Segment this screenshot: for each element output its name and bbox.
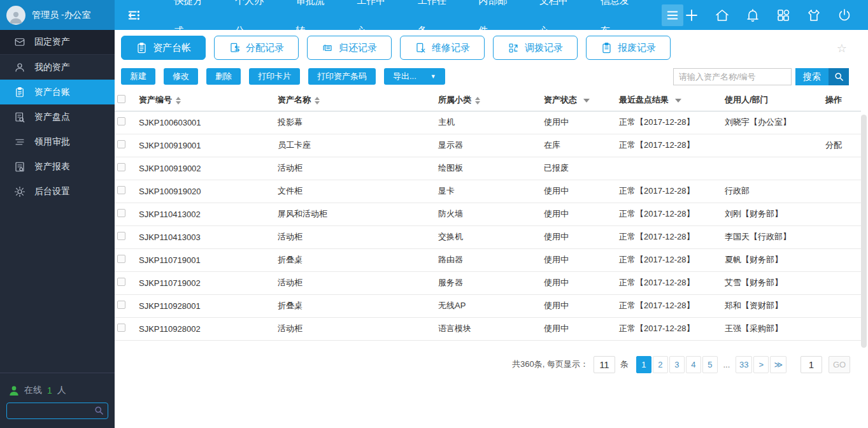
user-info[interactable]: 管理员 -办公室: [0, 0, 115, 30]
sidebar-search-input[interactable]: [6, 403, 108, 419]
column-header[interactable]: 资产状态: [541, 90, 616, 111]
sidebar-item-6[interactable]: 资产报表: [0, 154, 115, 179]
goto-page-input[interactable]: [800, 356, 822, 373]
row-action: [823, 111, 861, 134]
online-person-icon: [9, 385, 19, 396]
online-status: 在线 1 人: [6, 381, 108, 403]
home-icon[interactable]: [714, 7, 730, 24]
sidebar-item-7[interactable]: 后台设置: [0, 179, 115, 204]
apps-icon[interactable]: [775, 7, 792, 24]
export-button[interactable]: 导出...▼: [384, 68, 445, 85]
page-button-3[interactable]: 3: [669, 356, 685, 373]
asset-user: 王强【采购部】: [722, 317, 823, 340]
toolbar-button-打印卡片[interactable]: 打印卡片: [249, 68, 300, 85]
row-action: [823, 248, 861, 271]
tab-资产台帐[interactable]: 资产台帐: [121, 36, 206, 60]
theme-icon[interactable]: [806, 7, 822, 24]
toolbar-button-删除[interactable]: 删除: [206, 68, 241, 85]
toolbar-button-打印资产条码[interactable]: 打印资产条码: [308, 68, 376, 85]
collapse-menu-icon[interactable]: [126, 7, 141, 24]
search-icon: [829, 68, 849, 85]
page-size-input[interactable]: [594, 356, 615, 373]
page-button-2[interactable]: 2: [653, 356, 668, 373]
user-name: 管理员 -办公室: [32, 10, 91, 21]
filter-caret-icon[interactable]: [583, 99, 590, 103]
asset-id: SJKP100919002: [136, 157, 275, 180]
sidebar-footer: 在线 1 人: [0, 373, 115, 428]
select-all-checkbox[interactable]: [117, 95, 125, 103]
go-button[interactable]: GO: [829, 356, 850, 373]
row-action: [823, 317, 861, 340]
asset-table: 资产编号资产名称所属小类资产状态最近盘点结果使用人/部门操作 SJKP10060…: [115, 90, 861, 341]
table-scrollbar[interactable]: [861, 115, 867, 348]
row-action[interactable]: 分配: [823, 134, 861, 157]
tab-报废记录[interactable]: 报废记录: [586, 36, 671, 60]
tab-归还记录[interactable]: 归还记录: [307, 36, 392, 60]
table-row: SJKP100919020文件柜显卡使用中正常【2017-12-28】行政部: [115, 180, 861, 203]
chevron-down-icon: ▼: [430, 73, 436, 80]
asset-user: [722, 157, 823, 180]
row-checkbox[interactable]: [117, 209, 125, 217]
row-checkbox[interactable]: [117, 255, 125, 263]
page-button-5[interactable]: 5: [702, 356, 718, 373]
star-icon[interactable]: ☆: [837, 41, 847, 55]
column-header[interactable]: 使用人/部门: [722, 90, 823, 111]
sidebar-item-2[interactable]: 我的资产: [0, 55, 115, 80]
last-page-button[interactable]: ≫: [770, 356, 786, 373]
row-action: [823, 294, 861, 317]
main-content: 资产台帐分配记录归还记录维修记录调拨记录报废记录☆ 新建修改删除打印卡片打印资产…: [115, 30, 868, 428]
sidebar-item-5[interactable]: 领用审批: [0, 129, 115, 154]
sidebar-item-1[interactable]: 固定资产: [0, 30, 115, 55]
table-row: SJKP110719002活动柜服务器使用中正常【2017-12-28】艾雪【财…: [115, 271, 861, 294]
person-icon: [14, 62, 25, 73]
next-page-button[interactable]: >: [753, 356, 769, 373]
hamburger-icon[interactable]: [662, 4, 683, 26]
asset-category: 显卡: [436, 180, 541, 203]
asset-category: 语言模块: [436, 317, 541, 340]
return-icon: [322, 42, 334, 54]
column-header[interactable]: 资产名称: [275, 90, 436, 111]
sort-icon[interactable]: [315, 97, 320, 104]
app-window: 管理员 -办公室 快捷方式个人办公审批流转工作中心工作任务内部邮件文档中心信息发…: [0, 0, 868, 428]
page-button-33[interactable]: 33: [736, 356, 752, 373]
column-header[interactable]: 资产编号: [136, 90, 275, 111]
row-action: [823, 225, 861, 248]
toolbar-button-新建[interactable]: 新建: [121, 68, 155, 85]
tab-调拨记录[interactable]: 调拨记录: [493, 36, 578, 60]
row-checkbox[interactable]: [117, 140, 125, 148]
row-checkbox[interactable]: [117, 232, 125, 240]
asset-search-input[interactable]: [673, 68, 792, 85]
filter-caret-icon[interactable]: [675, 99, 681, 103]
asset-name: 屏风和活动柜: [275, 203, 436, 225]
plus-icon[interactable]: [683, 7, 700, 24]
asset-name: 员工卡座: [275, 134, 436, 157]
column-header[interactable]: 操作: [823, 90, 861, 111]
row-checkbox[interactable]: [117, 163, 125, 171]
tab-分配记录[interactable]: 分配记录: [214, 36, 299, 60]
topbar-actions: [683, 7, 868, 24]
sidebar-item-4[interactable]: 资产盘点: [0, 104, 115, 129]
asset-status: 已报废: [541, 157, 616, 180]
sidebar-item-3[interactable]: 资产台账: [0, 80, 115, 104]
sort-icon[interactable]: [475, 97, 480, 104]
sort-icon[interactable]: [176, 97, 181, 104]
row-checkbox[interactable]: [117, 186, 125, 194]
page-button-4[interactable]: 4: [686, 356, 701, 373]
power-icon[interactable]: [836, 7, 853, 24]
column-header[interactable]: 所属小类: [436, 90, 541, 111]
asset-status: 使用中: [541, 180, 616, 203]
column-header[interactable]: 最近盘点结果: [616, 90, 722, 111]
row-checkbox[interactable]: [117, 117, 125, 125]
row-checkbox[interactable]: [117, 324, 125, 332]
page-button-1[interactable]: 1: [636, 356, 651, 373]
asset-name: 折叠桌: [275, 248, 436, 271]
check-result: 正常【2017-12-28】: [616, 134, 722, 157]
search-button[interactable]: 搜索: [795, 68, 849, 85]
sidebar-search-icon[interactable]: [94, 406, 104, 418]
check-result: 正常【2017-12-28】: [616, 248, 722, 271]
tab-维修记录[interactable]: 维修记录: [400, 36, 485, 60]
toolbar-button-修改[interactable]: 修改: [164, 68, 198, 85]
row-checkbox[interactable]: [117, 278, 125, 286]
row-checkbox[interactable]: [117, 301, 125, 309]
bell-icon[interactable]: [744, 7, 761, 24]
